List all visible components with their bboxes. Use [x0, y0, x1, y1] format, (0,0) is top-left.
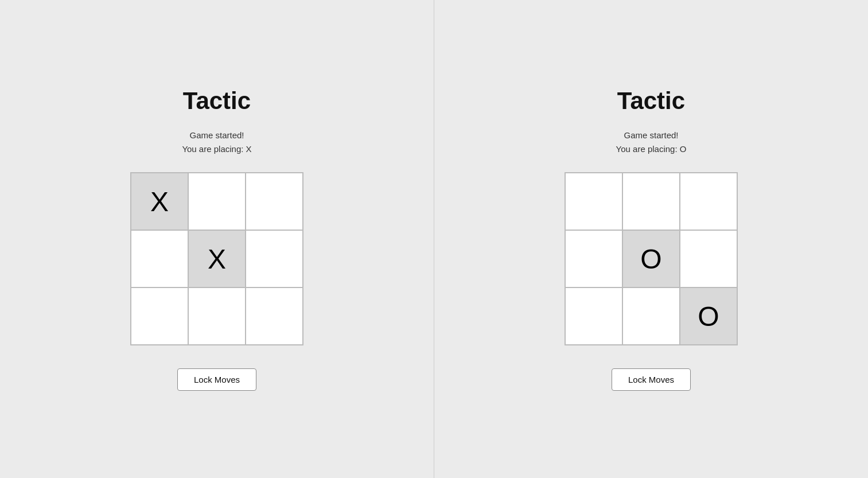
- left-game-title: Tactic: [183, 87, 251, 115]
- left-cell-6[interactable]: [131, 287, 188, 345]
- right-board: OO: [565, 172, 738, 345]
- right-lock-button[interactable]: Lock Moves: [612, 368, 691, 391]
- left-cell-2[interactable]: [246, 173, 303, 230]
- left-panel: Tactic Game started! You are placing: X …: [0, 0, 434, 478]
- right-cell-7[interactable]: [622, 287, 680, 345]
- left-cell-5[interactable]: [246, 230, 303, 287]
- right-game-status: Game started! You are placing: O: [616, 129, 687, 156]
- right-status-line2: You are placing: O: [616, 144, 687, 154]
- left-cell-0: X: [131, 173, 188, 230]
- left-cell-4: X: [188, 230, 246, 287]
- left-game-status: Game started! You are placing: X: [182, 129, 251, 156]
- left-lock-button[interactable]: Lock Moves: [177, 368, 256, 391]
- left-cell-3[interactable]: [131, 230, 188, 287]
- right-cell-8: O: [680, 287, 737, 345]
- left-cell-1[interactable]: [188, 173, 246, 230]
- right-cell-5[interactable]: [680, 230, 737, 287]
- left-cell-8[interactable]: [246, 287, 303, 345]
- right-cell-1[interactable]: [622, 173, 680, 230]
- right-cell-6[interactable]: [565, 287, 622, 345]
- left-status-line2: You are placing: X: [182, 144, 251, 154]
- right-game-title: Tactic: [617, 87, 685, 115]
- left-board: XX: [130, 172, 303, 345]
- left-cell-7[interactable]: [188, 287, 246, 345]
- right-cell-0[interactable]: [565, 173, 622, 230]
- right-cell-3[interactable]: [565, 230, 622, 287]
- right-cell-4: O: [622, 230, 680, 287]
- right-cell-2[interactable]: [680, 173, 737, 230]
- right-panel: Tactic Game started! You are placing: O …: [434, 0, 868, 478]
- left-status-line1: Game started!: [189, 130, 244, 140]
- right-status-line1: Game started!: [624, 130, 678, 140]
